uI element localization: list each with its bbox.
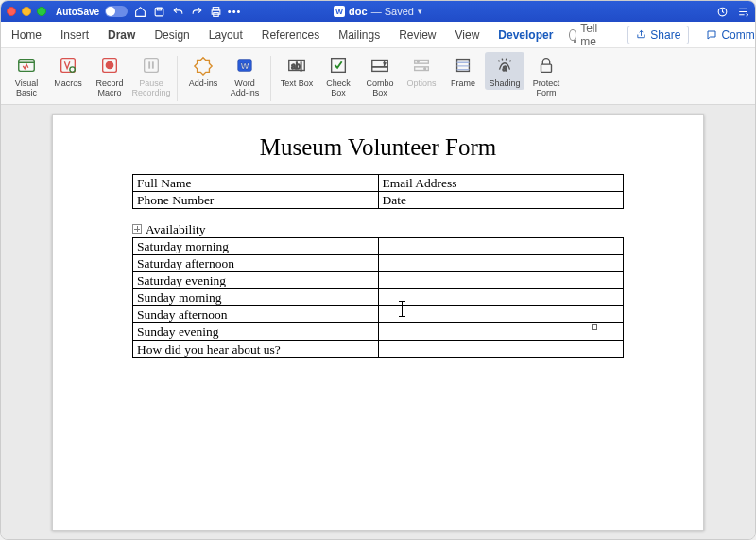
- slot-value-cell[interactable]: [378, 289, 624, 306]
- record-macro-button[interactable]: Record Macro: [90, 52, 129, 99]
- combo-box-icon: [369, 54, 391, 77]
- pause-icon: [140, 54, 163, 77]
- svg-rect-27: [541, 64, 552, 72]
- addins-label: Add-ins: [189, 78, 218, 88]
- visual-basic-label: Visual Basic: [7, 78, 46, 97]
- lock-icon: [535, 54, 558, 77]
- pause-recording-button: Pause Recording: [131, 52, 171, 99]
- slot-cell[interactable]: Sunday evening: [133, 323, 379, 340]
- hear-about-table[interactable]: How did you hear about us?: [132, 340, 624, 358]
- slot-cell[interactable]: Sunday afternoon: [133, 306, 379, 323]
- slot-cell[interactable]: Sunday morning: [133, 289, 379, 306]
- record-macro-icon: [98, 54, 121, 77]
- sync-icon[interactable]: [715, 5, 729, 18]
- comments-button[interactable]: Comments: [702, 26, 756, 44]
- protect-form-button[interactable]: Protect Form: [526, 52, 566, 99]
- chevron-down-icon[interactable]: ▾: [418, 7, 422, 16]
- lightbulb-icon: [569, 29, 576, 41]
- slot-cell[interactable]: Saturday afternoon: [133, 255, 379, 272]
- tab-draw[interactable]: Draw: [105, 26, 138, 44]
- window-minimize-icon[interactable]: [22, 7, 31, 16]
- availability-label: Availability: [146, 222, 206, 236]
- macros-button[interactable]: Macros: [48, 52, 88, 90]
- svg-point-8: [70, 67, 76, 73]
- tab-layout[interactable]: Layout: [206, 26, 246, 44]
- svg-rect-12: [148, 61, 150, 68]
- frame-label: Frame: [451, 78, 475, 88]
- table-resize-handle-icon[interactable]: [592, 324, 597, 330]
- hear-cell[interactable]: How did you hear about us?: [133, 341, 379, 358]
- table-row: Saturday afternoon: [133, 255, 624, 272]
- tab-home[interactable]: Home: [9, 26, 44, 44]
- slot-value-cell[interactable]: [378, 238, 624, 255]
- comments-label: Comments: [721, 28, 756, 42]
- more-icon[interactable]: •••: [228, 5, 241, 18]
- tab-developer[interactable]: Developer: [495, 26, 556, 44]
- table-row: Saturday morning: [133, 238, 624, 255]
- redo-icon[interactable]: [190, 5, 203, 18]
- svg-point-24: [424, 68, 426, 70]
- tab-insert[interactable]: Insert: [58, 26, 92, 44]
- visual-basic-button[interactable]: Visual Basic: [7, 52, 46, 99]
- table-move-handle-icon[interactable]: [132, 224, 142, 234]
- save-icon[interactable]: [152, 5, 165, 18]
- combo-box-button[interactable]: Combo Box: [360, 52, 400, 99]
- phone-cell[interactable]: Phone Number: [133, 192, 379, 209]
- addins-button[interactable]: Add-ins: [183, 52, 223, 90]
- autosave-toggle[interactable]: [105, 6, 128, 17]
- slot-value-cell[interactable]: [378, 323, 624, 340]
- tab-references[interactable]: References: [259, 26, 322, 44]
- text-box-icon: ab|: [285, 54, 308, 77]
- svg-text:a: a: [503, 64, 507, 73]
- home-icon[interactable]: [133, 5, 146, 18]
- word-addins-button[interactable]: W Word Add-ins: [225, 52, 265, 99]
- form-title: Museum Volunteer Form: [100, 134, 656, 161]
- svg-rect-1: [157, 8, 161, 10]
- options-button: Options: [402, 52, 441, 90]
- saved-status: — Saved: [371, 6, 414, 17]
- window-titlebar: AutoSave ••• W doc — Saved ▾: [1, 1, 755, 22]
- svg-point-10: [106, 61, 112, 68]
- email-cell[interactable]: Email Address: [378, 175, 624, 192]
- macros-label: Macros: [54, 78, 82, 88]
- text-box-button[interactable]: ab| Text Box: [277, 52, 317, 90]
- availability-table[interactable]: Saturday morning Saturday afternoon Satu…: [132, 237, 624, 340]
- tab-mailings[interactable]: Mailings: [335, 26, 383, 44]
- print-icon[interactable]: [209, 5, 222, 18]
- shading-button[interactable]: a Shading: [485, 52, 524, 90]
- slot-cell[interactable]: Saturday evening: [133, 272, 379, 289]
- frame-button[interactable]: Frame: [443, 52, 483, 90]
- shading-label: Shading: [489, 78, 520, 88]
- tab-design[interactable]: Design: [151, 26, 192, 44]
- ribbon-options-icon[interactable]: [736, 5, 749, 18]
- record-macro-label: Record Macro: [90, 78, 129, 97]
- full-name-cell[interactable]: Full Name: [133, 175, 379, 192]
- undo-icon[interactable]: [171, 5, 184, 18]
- ribbon-separator: [270, 56, 271, 101]
- tab-review[interactable]: Review: [396, 26, 438, 44]
- slot-cell[interactable]: Saturday morning: [133, 238, 379, 255]
- date-cell[interactable]: Date: [378, 192, 624, 209]
- tell-me-search[interactable]: Tell me: [569, 22, 601, 48]
- slot-value-cell[interactable]: [378, 306, 624, 323]
- hear-value-cell[interactable]: [378, 341, 624, 358]
- page[interactable]: Museum Volunteer Form Full Name Email Ad…: [52, 114, 704, 531]
- table-row: Saturday evening: [133, 272, 624, 289]
- table-row: Sunday morning: [133, 289, 624, 306]
- word-addins-icon: W: [233, 54, 256, 77]
- document-canvas[interactable]: Museum Volunteer Form Full Name Email Ad…: [1, 105, 755, 540]
- slot-value-cell[interactable]: [378, 255, 624, 272]
- table-row: How did you hear about us?: [133, 341, 624, 358]
- window-close-icon[interactable]: [7, 7, 16, 16]
- slot-value-cell[interactable]: [378, 272, 624, 289]
- frame-icon: [452, 54, 474, 77]
- svg-rect-0: [155, 8, 163, 16]
- contact-table[interactable]: Full Name Email Address Phone Number Dat…: [132, 174, 624, 209]
- addins-icon: [192, 54, 215, 77]
- share-button[interactable]: Share: [627, 26, 689, 44]
- protect-form-label: Protect Form: [526, 78, 566, 97]
- tab-view[interactable]: View: [453, 26, 483, 44]
- window-zoom-icon[interactable]: [37, 7, 46, 16]
- svg-point-23: [417, 61, 419, 62]
- check-box-button[interactable]: Check Box: [318, 52, 358, 99]
